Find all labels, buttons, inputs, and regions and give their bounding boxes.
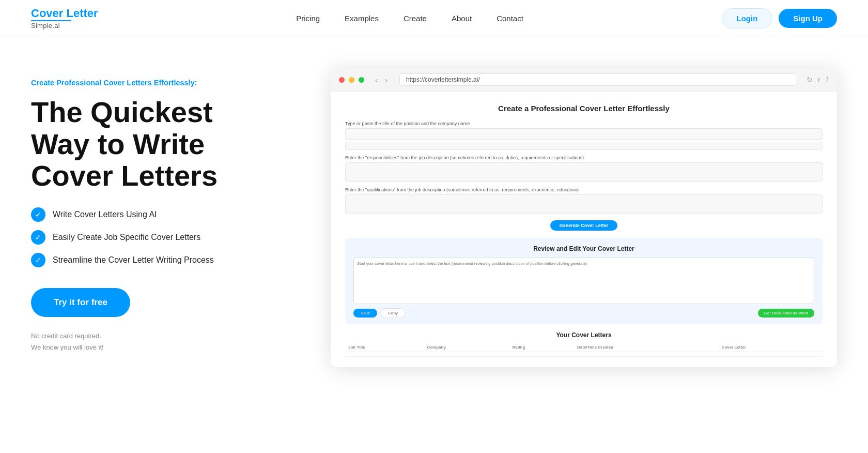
col-cover-letter: Cover Letter <box>719 343 823 352</box>
hero-title: The Quickest Way to Write Cover Letters <box>31 96 300 192</box>
hero-eyebrow: Create Professional Cover Letters Effort… <box>31 79 300 87</box>
url-bar[interactable]: https://coverlettersimple.ai/ <box>399 73 797 86</box>
check-icon-3: ✓ <box>31 253 45 267</box>
refresh-icon[interactable]: ↻ <box>807 76 813 84</box>
feature-item-2: ✓ Easily Create Job Specific Cover Lette… <box>31 230 300 245</box>
feature-label-3: Streamline the Cover Letter Writing Proc… <box>53 255 214 265</box>
share-icon[interactable]: ⤴ <box>825 76 829 84</box>
url-text: https://coverlettersimple.ai/ <box>406 76 480 83</box>
letters-table: Job Title Company Rating Date/Time Creat… <box>345 343 823 357</box>
review-actions: Save Copy Get Developed as Word <box>353 308 814 318</box>
browser-mockup: ‹ › https://coverlettersimple.ai/ ↻ + ⤴ … <box>331 68 837 367</box>
login-button[interactable]: Login <box>722 8 773 28</box>
feature-item-3: ✓ Streamline the Cover Letter Writing Pr… <box>31 253 300 267</box>
browser-window: ‹ › https://coverlettersimple.ai/ ↻ + ⤴ … <box>331 68 837 367</box>
browser-nav: ‹ › <box>373 75 390 85</box>
hero-note-line2: We know you will love it! <box>31 343 104 351</box>
field2-label: Enter the "responsibilities" from the jo… <box>345 155 823 160</box>
feature-list: ✓ Write Cover Letters Using AI ✓ Easily … <box>31 207 300 267</box>
col-company: Company <box>424 343 509 352</box>
hero-note: No credit card required. We know you wil… <box>31 330 300 353</box>
col-rating: Rating <box>509 343 574 352</box>
logo-bottom: Simple.ai <box>31 22 98 30</box>
logo-underline <box>31 20 71 21</box>
nav-examples[interactable]: Examples <box>345 14 379 23</box>
table-row <box>345 352 823 357</box>
navbar: Cover Letter Simple.ai Pricing Examples … <box>0 0 868 37</box>
field1-label: Type or paste the title of the position … <box>345 121 823 126</box>
copy-button[interactable]: Copy <box>380 308 406 318</box>
col-job-title: Job Title <box>345 343 424 352</box>
forward-button[interactable]: › <box>382 75 390 85</box>
main-content: Create Professional Cover Letters Effort… <box>0 37 868 388</box>
review-textarea[interactable]: Start your cover letter here or use it a… <box>353 258 814 304</box>
dot-green <box>359 77 364 83</box>
field3-textarea[interactable] <box>345 194 823 214</box>
nav-links: Pricing Examples Create About Contact <box>296 14 523 23</box>
dot-yellow <box>349 77 354 83</box>
nav-contact[interactable]: Contact <box>497 14 523 23</box>
review-section: Review and Edit Your Cover Letter Start … <box>345 238 823 324</box>
nav-pricing[interactable]: Pricing <box>296 14 320 23</box>
nav-about[interactable]: About <box>452 14 472 23</box>
nav-actions: Login Sign Up <box>722 8 838 28</box>
letters-section: Your Cover Letters Job Title Company Rat… <box>345 331 823 357</box>
browser-content: Create a Professional Cover Letter Effor… <box>331 92 837 367</box>
hero-title-line2: Way to Write <box>31 128 205 160</box>
nav-create[interactable]: Create <box>404 14 427 23</box>
logo-top: Cover Letter <box>31 7 98 20</box>
hero-title-line3: Cover Letters <box>31 159 218 192</box>
browser-actions: ↻ + ⤴ <box>807 76 829 84</box>
field2-textarea[interactable] <box>345 162 823 182</box>
review-placeholder: Start your cover letter here or use it a… <box>357 261 587 266</box>
cta-button[interactable]: Try it for free <box>31 288 130 317</box>
feature-label-2: Easily Create Job Specific Cover Letters <box>53 233 200 242</box>
generate-button[interactable]: Generate Cover Letter <box>550 220 618 231</box>
field1-input-extra[interactable] <box>345 142 823 150</box>
hero-note-line1: No credit card required. <box>31 332 101 340</box>
dot-red <box>339 77 345 83</box>
back-button[interactable]: ‹ <box>373 75 380 85</box>
form-title: Create a Professional Cover Letter Effor… <box>345 104 823 113</box>
feature-item-1: ✓ Write Cover Letters Using AI <box>31 207 300 222</box>
col-date: Date/Time Created <box>574 343 719 352</box>
create-form-section: Create a Professional Cover Letter Effor… <box>345 104 823 231</box>
hero-section: Create Professional Cover Letters Effort… <box>31 68 300 353</box>
check-icon-1: ✓ <box>31 207 45 222</box>
review-title: Review and Edit Your Cover Letter <box>353 245 814 252</box>
field1-input[interactable] <box>345 128 823 140</box>
field3-label: Enter the "qualifications" from the job … <box>345 187 823 192</box>
hero-title-line1: The Quickest <box>31 96 213 128</box>
site-logo[interactable]: Cover Letter Simple.ai <box>31 7 98 30</box>
check-icon-2: ✓ <box>31 230 45 245</box>
signup-button[interactable]: Sign Up <box>779 9 837 28</box>
new-tab-icon[interactable]: + <box>817 76 821 84</box>
letters-title: Your Cover Letters <box>345 331 823 339</box>
feature-label-1: Write Cover Letters Using AI <box>53 210 157 219</box>
browser-bar: ‹ › https://coverlettersimple.ai/ ↻ + ⤴ <box>331 68 837 92</box>
download-button[interactable]: Get Developed as Word <box>758 309 814 318</box>
save-button[interactable]: Save <box>353 309 377 318</box>
